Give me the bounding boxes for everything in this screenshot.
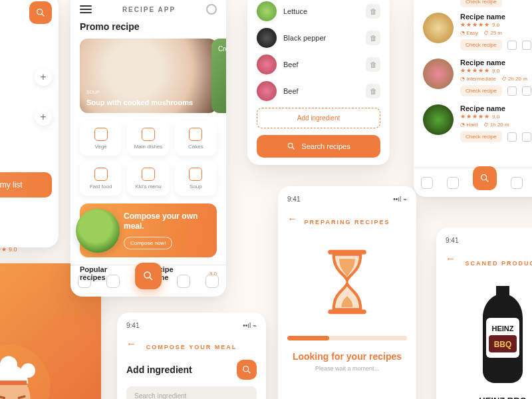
scanned-product-screen: 9:41••ıl ⌁ ← SCANED PRODUCT HEINZ BBQ HE…	[436, 227, 532, 399]
time-label: ⏱ 25 m	[483, 30, 502, 36]
loading-screen: 9:41••ıl ⌁ ← PREPARING RECIPES Looking f…	[278, 186, 416, 399]
difficulty-label: ◔ Intermediate	[460, 76, 496, 82]
compose-banner[interactable]: Compose your own meal. Compose now!	[80, 203, 217, 257]
delete-icon[interactable]: 🗑	[366, 57, 380, 72]
shopping-list-screen: Added to list + uice + Check my list	[0, 0, 59, 247]
status-time: 9:41	[126, 322, 139, 329]
bookmark-icon[interactable]	[507, 41, 517, 50]
recipe-row: Recipe name ★★★★★9.0 ◔ Easy⏱ 25 m Check …	[423, 13, 532, 51]
bookmark-icon[interactable]	[507, 86, 517, 96]
menu-icon[interactable]	[80, 5, 92, 13]
delete-icon[interactable]: 🗑	[366, 4, 380, 19]
bookmark-icon[interactable]	[507, 132, 517, 142]
ingredient-row: Lettuce 🗑	[257, 1, 380, 21]
recipe-image	[423, 59, 454, 89]
back-button[interactable]: ←	[287, 213, 297, 224]
recipe-image	[423, 104, 454, 135]
beef-image	[257, 81, 277, 101]
promo-heading: Promo recipe	[80, 21, 217, 32]
svg-point-4	[0, 356, 17, 374]
search-input[interactable]: Search ingredient	[126, 386, 257, 399]
svg-point-8	[289, 143, 293, 148]
loading-headline: Looking for your recipes	[287, 351, 407, 362]
svg-point-9	[481, 174, 487, 180]
pepper-image	[257, 28, 277, 48]
bottom-nav	[70, 265, 226, 297]
ingredient-row: Black pepper 🗑	[257, 28, 380, 48]
search-button[interactable]	[237, 360, 257, 380]
difficulty-label: ◔ Hard	[460, 122, 478, 128]
screen-title: SCANED PRODUCT	[446, 260, 532, 267]
add-ingredient-button[interactable]: Add ingredient	[257, 108, 380, 128]
product-name: HEINZ BBQ	[436, 396, 532, 399]
compose-screen: 9:41••ıl ⌁ ← COMPOSE YOUR MEAL Add ingre…	[117, 313, 266, 399]
list-icon[interactable]	[106, 275, 120, 288]
ingredient-row: Beef 🗑	[257, 81, 380, 101]
add-ingredient-heading: Add ingredient	[126, 364, 192, 375]
check-recipe-button[interactable]: Check recipe	[460, 39, 502, 51]
category-soup[interactable]: Soup	[175, 161, 217, 196]
bookmark-icon[interactable]	[177, 275, 190, 288]
check-recipe-button[interactable]: Check recipe	[460, 0, 502, 7]
share-icon[interactable]	[522, 86, 531, 96]
svg-text:HEINZ: HEINZ	[492, 325, 514, 332]
difficulty-label: ◔ Easy	[460, 30, 478, 36]
share-icon[interactable]	[522, 41, 531, 50]
ingredients-screen: Lettuce 🗑 Black pepper 🗑 Beef 🗑 Beef 🗑 A…	[247, 0, 390, 165]
svg-point-7	[144, 272, 150, 278]
delete-icon[interactable]: 🗑	[366, 84, 380, 98]
settings-nav-icon[interactable]	[205, 275, 219, 288]
time-label: ⏱ 2h 20 m	[501, 76, 527, 82]
star-icon: ★★★★★	[460, 21, 490, 28]
category-fastfood[interactable]: Fast food	[80, 161, 122, 196]
category-kids[interactable]: Kid's menu	[127, 161, 169, 196]
list-icon[interactable]	[447, 177, 459, 189]
svg-point-10	[243, 366, 249, 372]
check-recipe-button[interactable]: Check recipe	[460, 85, 502, 96]
svg-point-0	[37, 9, 43, 15]
progress-bar	[287, 336, 407, 340]
hourglass-icon	[287, 245, 407, 319]
compose-now-button[interactable]: Compose now!	[124, 237, 172, 249]
category-main[interactable]: Main dishes	[127, 121, 169, 156]
app-title: RECIPE APP	[122, 6, 176, 13]
search-recipes-button[interactable]: Search recipes	[257, 135, 380, 158]
search-button[interactable]	[29, 1, 52, 24]
back-button[interactable]: ←	[126, 338, 136, 349]
promo-card[interactable]: SOUP Soup with cooked mushrooms Crea	[80, 39, 217, 113]
recipe-row: Recipe name ★★★★★9.0 ◔ Hard⏱ 1h 20 m Che…	[423, 104, 532, 142]
check-recipe-button[interactable]: Check recipe	[460, 131, 502, 142]
screen-title: PREPARING RECIPES	[287, 219, 407, 225]
share-icon[interactable]	[522, 132, 531, 142]
salad-image	[76, 209, 120, 253]
status-signal-icon: ••ıl ⌁	[243, 322, 257, 329]
search-tab[interactable]	[135, 263, 162, 289]
category-cakes[interactable]: Cakes	[175, 121, 217, 156]
add-item-button[interactable]: +	[35, 68, 52, 86]
time-label: ⏱ 1h 20 m	[483, 122, 509, 128]
status-time: 9:41	[287, 196, 300, 203]
home-screen: RECIPE APP Promo recipe SOUP Soup with c…	[70, 0, 226, 297]
product-image: HEINZ BBQ	[473, 285, 532, 384]
star-icon: ★★★★★	[460, 113, 490, 120]
settings-icon[interactable]	[206, 4, 217, 15]
promo-title: Soup with cooked mushrooms	[86, 98, 193, 106]
search-tab[interactable]	[473, 166, 497, 190]
bookmark-icon[interactable]	[511, 177, 523, 189]
category-vege[interactable]: Vege	[80, 121, 122, 156]
ingredient-row: Beef 🗑	[257, 55, 380, 74]
recipe-list-screen: Check recipe Recipe name ★★★★★9.0 ◔ Easy…	[414, 0, 532, 197]
chef-avatar	[0, 343, 52, 399]
home-icon[interactable]	[78, 275, 91, 288]
recipe-name: Recipe name	[460, 13, 532, 21]
home-icon[interactable]	[421, 177, 433, 189]
svg-rect-6	[0, 380, 27, 385]
recipe-rating: 9.0	[492, 68, 499, 74]
add-item-button[interactable]: +	[35, 108, 52, 126]
recipe-name: Recipe name	[460, 59, 532, 66]
recipe-rating: 9.0	[492, 22, 499, 28]
check-list-button[interactable]: Check my list	[0, 172, 52, 198]
bottom-nav	[414, 168, 532, 197]
back-button[interactable]: ←	[446, 253, 456, 264]
delete-icon[interactable]: 🗑	[366, 31, 380, 45]
